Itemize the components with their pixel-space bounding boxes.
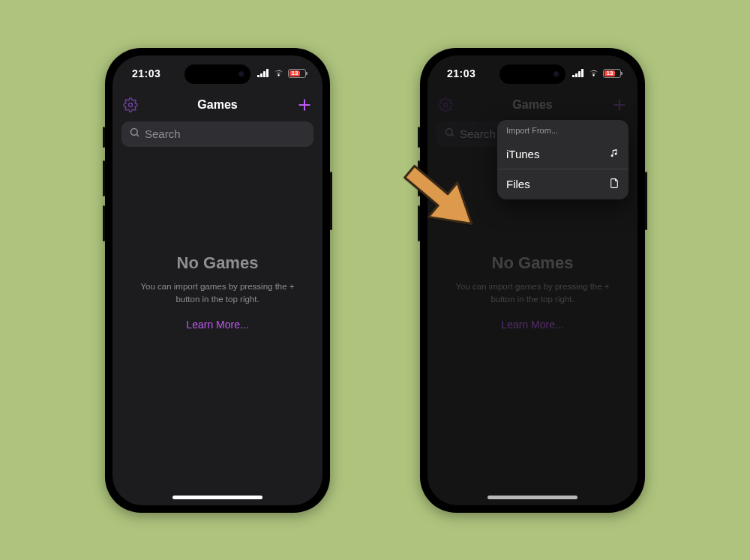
dynamic-island (500, 64, 566, 84)
add-button[interactable] (297, 97, 312, 112)
phone-mockup-right: 21:03 13 (420, 48, 645, 513)
battery-percent-text: 13 (607, 70, 614, 76)
import-menu-item-label: Files (506, 178, 530, 190)
status-time: 21:03 (132, 67, 160, 79)
search-placeholder: Search (460, 127, 496, 140)
home-indicator[interactable] (172, 496, 262, 499)
import-menu-item-files[interactable]: Files (497, 169, 628, 199)
import-menu-popover: Import From... iTunes Files (497, 120, 628, 199)
svg-point-0 (129, 103, 133, 106)
settings-button[interactable] (123, 97, 138, 112)
empty-state: No Games You can import games by pressin… (112, 147, 322, 505)
add-button[interactable] (612, 97, 627, 112)
phone-screen: 21:03 13 (112, 55, 322, 505)
battery-indicator: 13 (288, 69, 306, 78)
phone-screen: 21:03 13 (428, 55, 638, 505)
import-menu-item-itunes[interactable]: iTunes (497, 139, 628, 169)
nav-title: Games (197, 98, 237, 112)
wifi-icon (273, 69, 284, 77)
document-icon (610, 178, 620, 191)
empty-title: No Games (492, 253, 574, 273)
empty-title: No Games (177, 253, 259, 273)
nav-title: Games (512, 98, 552, 112)
settings-button[interactable] (438, 97, 453, 112)
empty-state: No Games You can import games by pressin… (428, 147, 638, 505)
status-time: 21:03 (447, 67, 476, 79)
plus-icon (297, 97, 312, 112)
music-note-icon (609, 148, 620, 160)
import-menu-item-label: iTunes (506, 148, 539, 160)
search-icon (129, 127, 140, 141)
learn-more-link[interactable]: Learn More... (186, 319, 248, 331)
search-field[interactable]: Search (122, 121, 314, 147)
search-icon (444, 127, 455, 141)
phone-mockup-left: 21:03 13 (105, 48, 330, 513)
empty-subtitle: You can import games by pressing the + b… (444, 280, 621, 305)
home-indicator[interactable] (488, 496, 578, 499)
nav-bar: Games (112, 91, 322, 118)
battery-percent-text: 13 (292, 70, 298, 76)
cellular-signal-icon (572, 69, 584, 77)
battery-indicator: 13 (603, 69, 621, 78)
learn-more-link[interactable]: Learn More... (501, 319, 563, 331)
svg-point-2 (444, 103, 448, 106)
gear-icon (438, 97, 453, 112)
gear-icon (123, 97, 138, 112)
cellular-signal-icon (257, 69, 269, 77)
dynamic-island (184, 64, 250, 84)
import-menu-header: Import From... (497, 120, 628, 139)
nav-bar: Games (428, 91, 638, 118)
search-placeholder: Search (145, 127, 181, 140)
wifi-icon (588, 69, 599, 77)
plus-icon (612, 97, 627, 112)
empty-subtitle: You can import games by pressing the + b… (129, 280, 306, 305)
